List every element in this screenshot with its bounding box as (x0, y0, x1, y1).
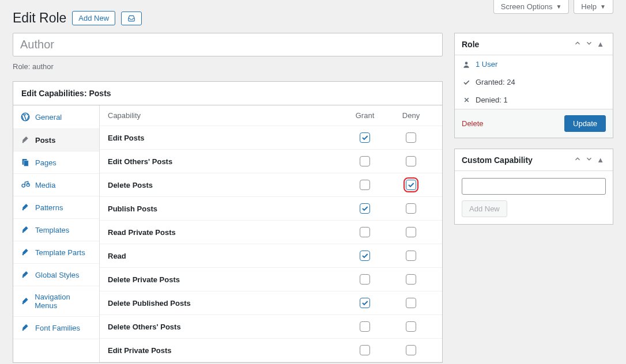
cc-metabox-title: Custom Capability (462, 156, 572, 165)
add-new-role-button[interactable]: Add New (72, 11, 115, 25)
chevron-down-icon[interactable] (583, 39, 595, 49)
checkbox-unchecked[interactable] (406, 274, 416, 285)
checkbox-unchecked[interactable] (406, 227, 416, 237)
grant-cell (342, 321, 388, 332)
add-capability-button[interactable]: Add New (462, 200, 507, 217)
checkbox-checked[interactable] (360, 132, 370, 143)
grant-cell (342, 298, 388, 308)
checkbox-unchecked[interactable] (360, 180, 370, 190)
pin-icon (20, 270, 31, 279)
checkbox-checked[interactable] (360, 203, 370, 214)
capabilities-table: Capability Grant Deny Edit PostsEdit Oth… (100, 105, 442, 362)
svg-point-11 (22, 329, 24, 331)
capability-name: Delete Private Posts (108, 275, 342, 284)
checkbox-unchecked[interactable] (360, 227, 370, 237)
custom-capability-input[interactable] (462, 178, 606, 195)
capability-name: Read Private Posts (108, 228, 342, 237)
grant-cell (342, 156, 388, 166)
sidebar-item-label: Font Families (35, 324, 80, 332)
capability-row: Read (100, 244, 442, 268)
media-icon (20, 180, 31, 189)
capability-row: Delete Published Posts (100, 291, 442, 315)
granted-row: Granted: 24 (455, 73, 613, 91)
inbox-icon-button[interactable] (121, 12, 142, 25)
capability-row: Publish Posts (100, 197, 442, 221)
sidebar-item-label: Global Styles (35, 271, 80, 279)
sidebar-item-patterns[interactable]: Patterns (13, 196, 99, 219)
checkbox-unchecked[interactable] (406, 132, 416, 143)
screen-options-button[interactable]: Screen Options ▼ (493, 0, 570, 14)
deny-cell (388, 274, 434, 285)
user-count-text: 1 User (476, 60, 497, 69)
deny-cell (388, 251, 434, 261)
triangle-up-icon[interactable]: ▲ (595, 40, 606, 48)
grant-cell (342, 345, 388, 355)
checkbox-checked[interactable] (360, 298, 370, 308)
sidebar-item-label: Media (35, 181, 55, 189)
checkbox-checked[interactable] (360, 251, 370, 261)
capability-row: Edit Private Posts (100, 339, 442, 362)
grant-cell (342, 274, 388, 285)
grant-cell (342, 132, 388, 143)
wordpress-icon (20, 112, 31, 122)
cc-metabox-header: Custom Capability ▲ (455, 149, 613, 171)
pin-icon (20, 297, 30, 306)
checkbox-unchecked[interactable] (406, 321, 416, 332)
capabilities-panel: Edit Capabilities: Posts GeneralPostsPag… (13, 81, 443, 363)
checkbox-unchecked[interactable] (406, 156, 416, 166)
role-slug-label: Role: (13, 62, 30, 71)
update-button[interactable]: Update (564, 115, 606, 132)
screen-options-label: Screen Options (501, 2, 553, 11)
checkbox-unchecked[interactable] (360, 156, 370, 166)
sidebar-item-navigation-menus[interactable]: Navigation Menus (13, 286, 99, 317)
caret-down-icon: ▼ (600, 4, 606, 10)
checkbox-unchecked[interactable] (360, 345, 370, 355)
sidebar-item-label: General (35, 113, 62, 122)
svg-point-9 (22, 276, 24, 278)
checkbox-unchecked[interactable] (406, 345, 416, 355)
header-capability: Capability (108, 111, 342, 120)
svg-point-6 (22, 209, 24, 211)
denied-row: Denied: 1 (455, 91, 613, 109)
role-name-input[interactable] (13, 33, 443, 56)
pin-icon (20, 203, 31, 212)
help-button[interactable]: Help ▼ (574, 0, 613, 14)
triangle-up-icon[interactable]: ▲ (595, 156, 606, 164)
deny-cell (388, 298, 434, 308)
chevron-up-icon[interactable] (572, 39, 583, 49)
svg-point-7 (22, 232, 24, 233)
sidebar-item-pages[interactable]: Pages (13, 151, 99, 174)
chevron-up-icon[interactable] (572, 155, 583, 165)
checkbox-unchecked[interactable] (406, 251, 416, 261)
user-count-link[interactable]: 1 User (455, 55, 613, 73)
sidebar-item-font-families[interactable]: Font Families (13, 317, 99, 339)
denied-text: Denied: 1 (476, 96, 508, 104)
granted-text: Granted: 24 (476, 78, 515, 86)
svg-point-4 (22, 184, 25, 187)
checkbox-checked[interactable] (406, 180, 416, 190)
svg-rect-3 (24, 161, 28, 166)
svg-point-12 (465, 62, 468, 65)
deny-cell (388, 321, 434, 332)
checkbox-unchecked[interactable] (406, 203, 416, 214)
deny-cell (388, 156, 434, 166)
sidebar-item-posts[interactable]: Posts (13, 129, 99, 151)
capability-row: Edit Posts (100, 126, 442, 150)
capability-row: Edit Others' Posts (100, 150, 442, 173)
grant-cell (342, 203, 388, 214)
sidebar-item-general[interactable]: General (13, 105, 99, 129)
sidebar-item-global-styles[interactable]: Global Styles (13, 264, 99, 286)
sidebar-item-templates[interactable]: Templates (13, 219, 99, 241)
checkbox-unchecked[interactable] (360, 274, 370, 285)
sidebar-item-media[interactable]: Media (13, 174, 99, 196)
check-icon (462, 78, 471, 86)
sidebar-item-template-parts[interactable]: Template Parts (13, 241, 99, 264)
panel-title: Edit Capabilities: Posts (13, 82, 442, 105)
checkbox-unchecked[interactable] (360, 321, 370, 332)
svg-point-10 (22, 303, 24, 305)
chevron-down-icon[interactable] (583, 155, 595, 165)
checkbox-unchecked[interactable] (406, 298, 416, 308)
sidebar-item-label: Navigation Menus (35, 293, 92, 310)
sidebar-item-label: Pages (35, 158, 56, 167)
delete-link[interactable]: Delete (462, 119, 484, 128)
